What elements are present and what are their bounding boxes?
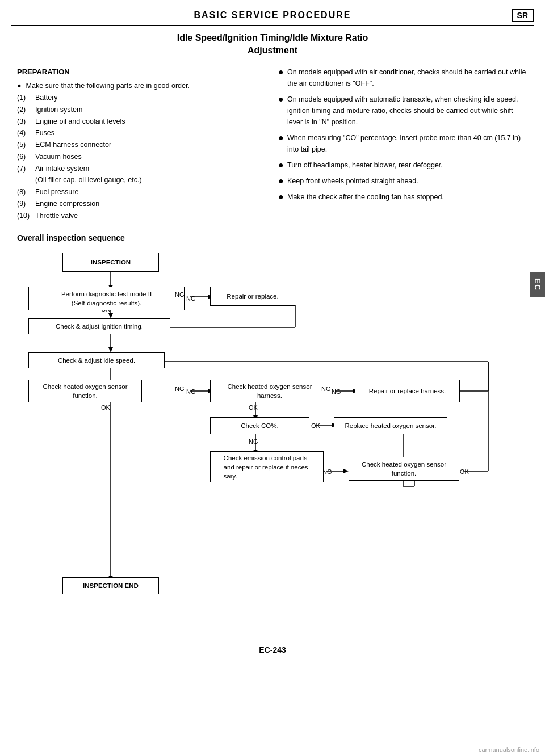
svg-text:NG: NG: [332, 388, 341, 395]
page-footer: EC-243: [0, 645, 545, 660]
note-text-2: On models equipped with automatic transa…: [287, 94, 528, 128]
prep-item-7b: (Oil filler cap, oil level gauge, etc.): [17, 175, 267, 186]
prep-item-9: (9) Engine compression: [17, 199, 267, 209]
box-perform-diag-label: Perform diagnostic test mode II(Self-dia…: [61, 289, 152, 308]
page-num: EC-243: [259, 645, 286, 654]
item-num-4: (4): [17, 128, 33, 138]
box-check-idle-label: Check & adjust idle speed.: [58, 356, 135, 365]
item-text-4: Fuses: [35, 128, 54, 138]
svg-text:NG: NG: [186, 295, 196, 302]
box-check-emission: Check emission control partsand repair o…: [210, 451, 324, 482]
box-check-ignition-label: Check & adjust ignition timing.: [56, 322, 143, 331]
svg-marker-40: [343, 469, 349, 473]
note-bullet-6: ●: [278, 191, 284, 203]
box-check-o2-harness: Check heated oxygen sensorharness.: [210, 380, 329, 402]
note-text-1: On models equipped with air conditioner,…: [287, 66, 528, 89]
prep-right: ● On models equipped with air conditione…: [278, 66, 528, 222]
item-text-7: Air intake system: [35, 163, 89, 174]
note-6: ● Make the check after the cooling fan h…: [278, 191, 528, 203]
box-check-o2-harness-label: Check heated oxygen sensorharness.: [228, 382, 312, 400]
box-perform-diag: Perform diagnostic test mode II(Self-dia…: [28, 287, 185, 310]
note-3: ● When measuring "CO" percentage, insert…: [278, 132, 528, 155]
box-check-o2-func: Check heated oxygen sensorfunction.: [28, 380, 142, 402]
box-repair-harness-label: Repair or replace harness.: [369, 387, 446, 396]
item-num-7: (7): [17, 163, 33, 174]
item-num-8: (8): [17, 187, 33, 198]
prep-item-6: (6) Vacuum hoses: [17, 152, 267, 162]
prep-item-5: (5) ECM harness connector: [17, 140, 267, 150]
svg-text:NG: NG: [322, 468, 332, 475]
page-title-line1: Idle Speed/Ignition Timing/Idle Mixture …: [17, 32, 528, 44]
prep-item-2: (2) Ignition system: [17, 104, 267, 115]
item-num-5: (5): [17, 140, 33, 150]
note-4: ● Turn off headlamps, heater blower, rea…: [278, 159, 528, 171]
svg-text:OK: OK: [101, 404, 111, 411]
flowchart-section-title: Overall inspection sequence: [17, 233, 528, 242]
note-bullet-4: ●: [278, 159, 284, 171]
svg-marker-4: [108, 313, 113, 318]
box-replace-o2: Replace heated oxygen sensor.: [334, 417, 447, 434]
item-text-5: ECM harness connector: [35, 140, 111, 150]
note-text-5: Keep front wheels pointed straight ahead…: [287, 175, 418, 187]
prep-item-10: (10) Throttle valve: [17, 211, 267, 221]
ng-label-3: NG: [321, 385, 331, 392]
box-inspection-end-label: INSPECTION END: [83, 581, 139, 590]
svg-text:NG: NG: [186, 388, 196, 395]
box-check-emission-label: Check emission control partsand repair o…: [224, 453, 311, 481]
prep-bullet-intro: ● Make sure that the following parts are…: [17, 81, 267, 91]
page-title-line2: Adjustment: [17, 44, 528, 57]
box-inspection-label: INSPECTION: [91, 258, 131, 267]
svg-marker-6: [108, 347, 113, 352]
item-num-9: (9): [17, 199, 33, 209]
main-content: Idle Speed/Ignition Timing/Idle Mixture …: [0, 26, 545, 634]
note-bullet-5: ●: [278, 175, 284, 187]
svg-text:OK: OK: [311, 422, 321, 429]
prep-item-8: (8) Fuel pressure: [17, 187, 267, 198]
box-check-o2-func2: Check heated oxygen sensorfunction.: [349, 457, 459, 481]
header-title: BASIC SERVICE PROCEDURE: [23, 10, 522, 20]
page-title: Idle Speed/Ignition Timing/Idle Mixture …: [17, 32, 528, 57]
note-text-6: Make the check after the cooling fan has…: [287, 191, 444, 203]
note-bullet-2: ●: [278, 94, 284, 128]
box-check-o2-func2-label: Check heated oxygen sensorfunction.: [362, 460, 446, 478]
preparation-section: PREPARATION ● Make sure that the followi…: [17, 66, 528, 222]
box-repair-replace: Repair or replace.: [210, 287, 295, 306]
item-text-6: Vacuum hoses: [35, 152, 82, 162]
box-inspection: INSPECTION: [62, 253, 159, 272]
item-text-1: Battery: [35, 93, 58, 103]
box-check-co-label: Check CO%.: [241, 421, 278, 430]
item-text-9: Engine compression: [35, 199, 99, 209]
prep-intro-text: Make sure that the following parts are i…: [26, 81, 190, 91]
item-num-1: (1): [17, 93, 33, 103]
svg-text:OK: OK: [460, 468, 469, 475]
item-num-10: (10): [17, 211, 33, 221]
ng-label-2: NG: [175, 385, 185, 392]
bullet-icon: ●: [17, 81, 22, 91]
item-text-10: Throttle valve: [35, 211, 78, 221]
watermark: carmanualsonline.info: [479, 746, 539, 753]
item-num-2: (2): [17, 104, 33, 115]
box-check-co: Check CO%.: [210, 417, 309, 434]
prep-item-4: (4) Fuses: [17, 128, 267, 138]
item-text-7b: (Oil filler cap, oil level gauge, etc.): [35, 175, 142, 186]
note-text-4: Turn off headlamps, heater blower, rear …: [287, 159, 443, 171]
page-header: BASIC SERVICE PROCEDURE SR: [11, 6, 534, 26]
box-inspection-end: INSPECTION END: [62, 577, 159, 594]
ng-label-1: NG: [175, 291, 185, 298]
svg-text:NG: NG: [249, 438, 258, 445]
note-text-3: When measuring "CO" percentage, insert p…: [287, 132, 528, 155]
item-text-3: Engine oil and coolant levels: [35, 116, 125, 127]
box-repair-harness: Repair or replace harness.: [355, 380, 460, 402]
box-check-o2-func-label: Check heated oxygen sensorfunction.: [43, 382, 128, 400]
note-1: ● On models equipped with air conditione…: [278, 66, 528, 89]
prep-title: PREPARATION: [17, 66, 267, 78]
item-text-8: Fuel pressure: [35, 187, 78, 198]
box-repair-replace-label: Repair or replace.: [227, 292, 278, 301]
svg-text:OK: OK: [249, 404, 258, 411]
prep-item-1: (1) Battery: [17, 93, 267, 103]
prep-left: PREPARATION ● Make sure that the followi…: [17, 66, 267, 222]
item-num-6: (6): [17, 152, 33, 162]
note-bullet-3: ●: [278, 132, 284, 155]
box-replace-o2-label: Replace heated oxygen sensor.: [345, 421, 436, 430]
note-2: ● On models equipped with automatic tran…: [278, 94, 528, 128]
